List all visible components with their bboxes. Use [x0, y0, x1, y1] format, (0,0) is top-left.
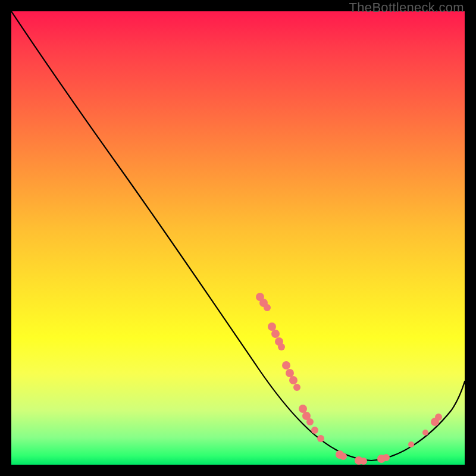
chart-plot [11, 11, 465, 465]
data-point [278, 343, 285, 350]
data-point [317, 435, 324, 442]
data-point [289, 376, 298, 384]
data-point [268, 322, 276, 331]
data-point [340, 453, 347, 460]
data-point [299, 405, 307, 413]
data-point [383, 454, 390, 461]
data-point [264, 304, 271, 311]
data-point [282, 361, 290, 369]
data-point [306, 418, 314, 425]
data-point [286, 369, 294, 377]
data-point [271, 330, 280, 338]
data-point [360, 458, 367, 465]
data-point [435, 414, 442, 421]
watermark-text: TheBottleneck.com [349, 0, 464, 15]
data-point [293, 384, 300, 391]
data-point [311, 427, 318, 434]
data-point [422, 430, 428, 436]
data-point [408, 441, 414, 447]
data-markers [256, 293, 442, 465]
curve-line [11, 11, 465, 461]
